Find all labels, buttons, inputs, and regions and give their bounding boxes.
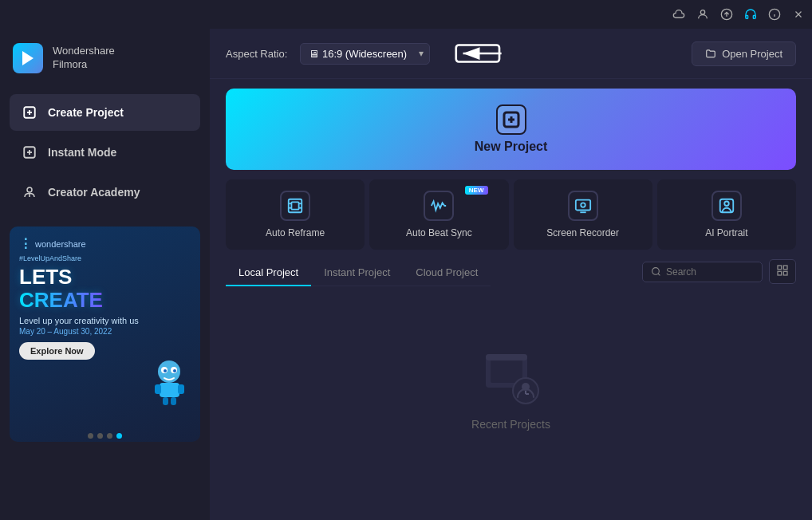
svg-marker-9	[22, 51, 34, 65]
svg-rect-52	[486, 354, 527, 360]
svg-rect-2	[746, 15, 748, 18]
search-icon	[651, 266, 661, 277]
sidebar: Wondershare Filmora Create Project	[0, 29, 210, 520]
open-project-label: Open Project	[722, 48, 782, 60]
auto-reframe-icon	[280, 191, 310, 221]
sidebar-item-creator-academy[interactable]: Creator Academy	[10, 174, 200, 211]
new-project-label: New Project	[475, 140, 548, 154]
svg-point-26	[164, 369, 167, 372]
empty-state: Recent Projects	[226, 287, 796, 520]
tool-ai-portrait[interactable]: AI Portrait	[657, 179, 796, 250]
project-tabs-row: Local Project Instant Project Cloud Proj…	[226, 259, 796, 287]
logo-area: Wondershare Filmora	[0, 29, 210, 88]
user-icon[interactable]	[696, 7, 710, 22]
search-input[interactable]	[666, 266, 754, 278]
search-box[interactable]	[642, 262, 763, 282]
sidebar-item-instant-mode[interactable]: Instant Mode	[10, 134, 200, 171]
project-tabs: Local Project Instant Project Cloud Proj…	[226, 260, 491, 286]
svg-rect-23	[171, 397, 176, 405]
folder-icon	[705, 48, 716, 59]
close-icon[interactable]	[791, 7, 806, 22]
cloud-icon[interactable]	[672, 7, 686, 22]
robot-illustration	[141, 352, 197, 408]
tool-screen-recorder[interactable]: Screen Recorder	[514, 179, 652, 250]
create-project-icon	[21, 104, 38, 121]
arrow-hint	[449, 40, 505, 67]
svg-point-44	[652, 268, 660, 275]
ai-portrait-label: AI Portrait	[705, 227, 747, 238]
new-badge: NEW	[465, 186, 488, 195]
svg-rect-22	[163, 397, 168, 405]
app-logo-icon	[13, 43, 43, 73]
dots-indicator	[10, 427, 200, 442]
headset-icon[interactable]	[743, 7, 758, 22]
auto-beat-sync-icon	[424, 191, 454, 221]
tool-auto-beat-sync[interactable]: NEW Auto Beat Sync	[369, 179, 508, 250]
dot-1[interactable]	[88, 433, 93, 439]
aspect-ratio-wrapper: 🖥 16:9 (Widescreen) 📱 9:16 (Portrait) ⬛ …	[300, 43, 430, 65]
screen-recorder-icon	[568, 191, 598, 221]
auto-beat-sync-label: Auto Beat Sync	[406, 227, 472, 238]
new-project-icon	[496, 104, 526, 135]
dot-4[interactable]	[116, 433, 122, 439]
app-name: Wondershare Filmora	[53, 45, 115, 72]
svg-point-27	[173, 369, 176, 372]
creator-academy-icon	[21, 183, 38, 201]
tool-auto-reframe[interactable]: Auto Reframe	[226, 179, 365, 250]
svg-point-16	[27, 187, 32, 192]
svg-rect-21	[178, 384, 184, 394]
content-header: Aspect Ratio: 🖥 16:9 (Widescreen) 📱 9:16…	[210, 29, 812, 79]
open-project-button[interactable]: Open Project	[692, 41, 796, 66]
sidebar-item-create-project[interactable]: Create Project	[10, 94, 200, 131]
svg-rect-49	[783, 271, 787, 275]
promo-banner: ⋮ wondershare #LevelUpAndShare LETS CREA…	[10, 227, 200, 442]
dot-3[interactable]	[107, 433, 112, 439]
promo-tag: #LevelUpAndShare	[19, 254, 191, 262]
nav-items: Create Project Instant Mode Creator Acad…	[0, 88, 210, 217]
screen-recorder-label: Screen Recorder	[546, 227, 619, 238]
svg-rect-34	[292, 202, 299, 209]
svg-rect-51	[491, 359, 522, 383]
promo-logo: ⋮ wondershare	[19, 236, 191, 251]
svg-rect-33	[289, 199, 302, 213]
svg-point-40	[581, 203, 585, 207]
svg-point-0	[700, 10, 704, 14]
content-area: Aspect Ratio: 🖥 16:9 (Widescreen) 📱 9:16…	[210, 29, 812, 520]
recent-projects-label: Recent Projects	[471, 418, 550, 431]
svg-rect-19	[160, 383, 179, 397]
promo-headline: LETS CREATE	[19, 266, 191, 311]
new-project-button[interactable]: New Project	[226, 89, 796, 170]
svg-rect-3	[753, 15, 755, 18]
project-section: Local Project Instant Project Cloud Proj…	[210, 259, 812, 520]
creator-academy-label: Creator Academy	[48, 186, 140, 199]
upload-icon[interactable]	[719, 7, 734, 22]
dot-2[interactable]	[97, 433, 103, 439]
info-icon[interactable]	[767, 7, 782, 22]
promo-date: May 20 – August 30, 2022	[19, 327, 191, 336]
instant-mode-label: Instant Mode	[48, 146, 116, 159]
quick-tools: Auto Reframe NEW Auto Beat Sync	[226, 179, 796, 250]
search-and-view	[642, 259, 796, 287]
tab-local-project[interactable]: Local Project	[226, 260, 311, 286]
svg-line-45	[658, 274, 660, 275]
title-bar	[0, 0, 812, 29]
svg-rect-48	[778, 271, 782, 275]
recent-projects-icon	[479, 345, 543, 408]
tab-cloud-project[interactable]: Cloud Project	[403, 260, 491, 286]
svg-rect-20	[155, 384, 161, 394]
svg-point-43	[724, 202, 729, 207]
grid-view-icon	[776, 264, 789, 277]
promo-subtitle: Level up your creativity with us	[19, 316, 191, 325]
view-toggle-button[interactable]	[769, 259, 796, 284]
svg-rect-47	[783, 266, 787, 270]
aspect-ratio-select[interactable]: 🖥 16:9 (Widescreen) 📱 9:16 (Portrait) ⬛ …	[300, 43, 430, 65]
explore-now-button[interactable]: Explore Now	[19, 342, 95, 360]
create-project-label: Create Project	[48, 106, 124, 119]
tab-instant-project[interactable]: Instant Project	[311, 260, 403, 286]
instant-mode-icon	[21, 144, 38, 161]
auto-reframe-label: Auto Reframe	[266, 227, 325, 238]
aspect-ratio-label: Aspect Ratio:	[226, 48, 287, 60]
ai-portrait-icon	[711, 191, 742, 221]
svg-rect-39	[575, 200, 589, 211]
svg-rect-46	[778, 266, 782, 270]
